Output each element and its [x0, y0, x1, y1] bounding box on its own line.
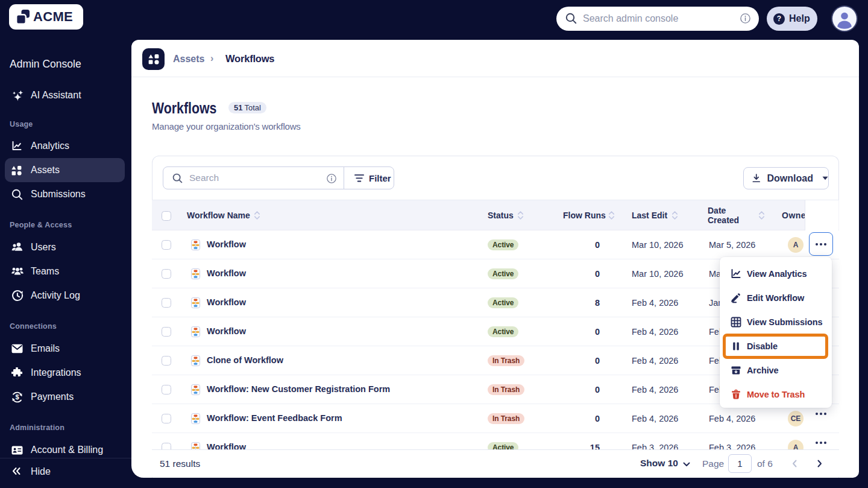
- svg-text:$: $: [15, 393, 19, 401]
